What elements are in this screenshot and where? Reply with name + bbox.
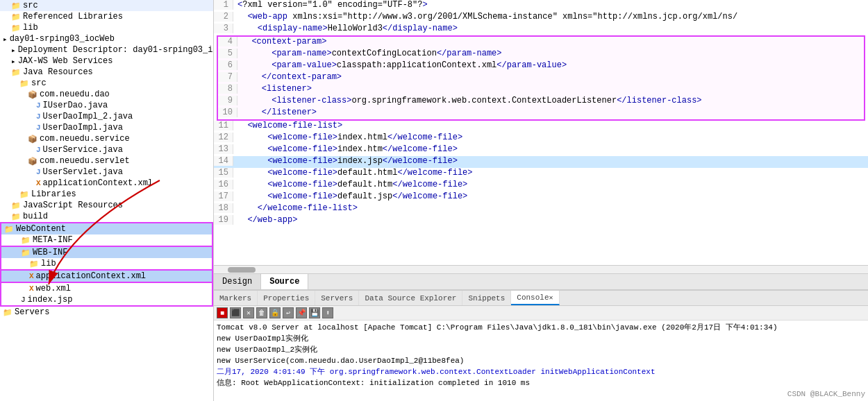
java-icon: J: [36, 101, 41, 110]
bottom-tab-data-source-explorer[interactable]: Data Source Explorer: [359, 291, 462, 305]
folder-icon: 📁: [11, 12, 21, 22]
tree-label-com-neuedu-dao: com.neuedu.dao: [40, 89, 110, 99]
code-line-4: 4 <context-param>: [218, 37, 864, 49]
console-line: 信息: Root WebApplicationContext: initiali…: [217, 377, 865, 389]
editor-tabs: Design Source: [214, 273, 868, 290]
tree-label-META-INF: META-INF: [33, 235, 73, 245]
tree-item-deployment-descriptor[interactable]: ▸Deployment Descriptor: day01-srping03_i…: [0, 44, 213, 56]
toolbar-btn-1[interactable]: ⬛: [230, 307, 241, 318]
tree-label-WebContent: WebContent: [16, 224, 66, 234]
tree-item-lib2[interactable]: 📁lib: [0, 258, 213, 269]
line-content-2: <web-app xmlns:xsi="http://www.w3.org/20…: [233, 12, 737, 22]
code-line-1: 1<?xml version="1.0" encoding="UTF-8"?>: [214, 0, 868, 12]
code-line-7: 7 </context-param>: [218, 72, 864, 84]
tree-item-jax-ws[interactable]: ▸JAX-WS Web Services: [0, 56, 213, 67]
tree-item-com-neuedu-dao[interactable]: 📦com.neuedu.dao: [0, 89, 213, 100]
tree-item-index-jsp[interactable]: Jindex.jsp: [0, 294, 213, 307]
tree-label-com-neuedu-servlet: com.neuedu.servlet: [40, 156, 130, 166]
tree-item-java-resources[interactable]: 📁Java Resources: [0, 67, 213, 78]
tree-item-com-neuedu-servlet[interactable]: 📦com.neuedu.servlet: [0, 155, 213, 167]
folder-icon: 📁: [19, 190, 29, 199]
tree-item-applicationContext-root[interactable]: XapplicationContext.xml: [0, 178, 213, 189]
xml-icon: X: [29, 284, 34, 293]
tree-item-WebContent[interactable]: 📁WebContent: [0, 222, 213, 234]
tree-item-web-xml[interactable]: Xweb.xml: [0, 283, 213, 294]
code-editor[interactable]: 1<?xml version="1.0" encoding="UTF-8"?>2…: [214, 0, 868, 265]
java-icon: J: [36, 146, 41, 154]
code-line-5: 5 <param-name>contextCofingLocation</par…: [218, 49, 864, 60]
tree-label-referenced-libraries: Referenced Libraries: [23, 12, 123, 22]
folder-icon: 📁: [29, 259, 39, 268]
tree-label-src2: src: [31, 78, 47, 88]
line-number-7: 7: [218, 72, 237, 82]
scrollbar-thumb[interactable]: [228, 267, 256, 273]
line-content-19: </web-app>: [233, 215, 297, 225]
toolbar-btn-5[interactable]: ↩: [283, 307, 294, 318]
tree-item-src2[interactable]: 📁src: [0, 78, 213, 89]
bottom-tab-servers[interactable]: Servers: [315, 291, 359, 305]
bottom-tab-console[interactable]: Console ✕: [511, 291, 559, 305]
tree-item-applicationContext-web[interactable]: XapplicationContext.xml: [0, 269, 213, 283]
folder-icon: 📁: [3, 308, 12, 317]
tree-label-js-resources: JavaScript Resources: [23, 200, 123, 210]
line-number-18: 18: [214, 203, 233, 213]
code-line-3: 3 <display-name>HelloWorld3</display-nam…: [214, 24, 868, 35]
line-content-9: <listener-class>org.springframework.web.…: [237, 96, 702, 105]
line-number-9: 9: [218, 96, 237, 105]
toolbar-btn-0[interactable]: ■: [217, 307, 228, 318]
console-line: new UserService(com.neuedu.dao.UserDaoIm…: [217, 355, 865, 366]
toolbar-btn-6[interactable]: 📌: [296, 307, 307, 318]
tree-item-day01-srping03[interactable]: ▸day01-srping03_iocWeb: [0, 33, 213, 44]
line-content-6: <param-value>classpath:applicationContex…: [237, 60, 567, 70]
tree-item-WEB-INF[interactable]: 📁WEB-INF: [0, 246, 213, 258]
line-content-12: <welcome-file>index.html</welcome-file>: [233, 133, 462, 142]
tree-label-lib: lib: [23, 23, 38, 33]
tree-item-build[interactable]: 📁build: [0, 211, 213, 222]
tree-item-libraries[interactable]: 📁Libraries: [0, 189, 213, 200]
line-content-17: <welcome-file>default.jsp</welcome-file>: [233, 191, 467, 201]
bottom-tab-properties[interactable]: Properties: [258, 291, 315, 305]
line-content-10: </listener>: [237, 108, 317, 117]
line-number-5: 5: [218, 49, 237, 58]
toolbar-btn-3[interactable]: 🗑: [256, 307, 267, 318]
tree-label-com-neuedu-service: com.neuedu.service: [40, 134, 130, 144]
line-number-6: 6: [218, 60, 237, 70]
toolbar-btn-4[interactable]: 🔒: [269, 307, 281, 318]
tree-item-servers[interactable]: 📁Servers: [0, 307, 213, 318]
code-line-9: 9 <listener-class>org.springframework.we…: [218, 96, 864, 108]
package-icon: 📦: [28, 90, 37, 99]
tree-item-src[interactable]: 📁src: [0, 0, 213, 11]
bottom-tab-markers[interactable]: Markers: [214, 291, 258, 305]
jsp-icon: J: [21, 296, 26, 304]
console-line: new UserDaoImpl_2实例化: [217, 344, 865, 355]
tree-label-applicationContext-root: applicationContext.xml: [43, 178, 153, 188]
code-line-2: 2 <web-app xmlns:xsi="http://www.w3.org/…: [214, 12, 868, 24]
tree-item-js-resources[interactable]: 📁JavaScript Resources: [0, 200, 213, 211]
horizontal-scrollbar[interactable]: [214, 265, 868, 273]
xml-icon: X: [29, 272, 34, 280]
folder-icon: 📁: [11, 1, 21, 10]
toolbar-btn-7[interactable]: 💾: [309, 307, 320, 318]
tree-item-IUserDao[interactable]: JIUserDao.java: [0, 100, 213, 111]
tree-item-referenced-libraries[interactable]: 📁Referenced Libraries: [0, 11, 213, 22]
line-content-14: <welcome-file>index.jsp</welcome-file>: [233, 156, 458, 166]
tree-item-com-neuedu-service[interactable]: 📦com.neuedu.service: [0, 133, 213, 144]
console-toolbar: ■⬛✕🗑🔒↩📌💾⬆: [214, 306, 868, 321]
toolbar-btn-8[interactable]: ⬆: [322, 307, 333, 318]
code-line-13: 13 <welcome-file>index.htm</welcome-file…: [214, 144, 868, 156]
tree-label-IUserDao: IUserDao.java: [43, 101, 108, 110]
tree-item-lib[interactable]: 📁lib: [0, 22, 213, 33]
tree-item-UserService[interactable]: JUserService.java: [0, 144, 213, 155]
tree-item-META-INF[interactable]: 📁META-INF: [0, 234, 213, 246]
tree-item-UserDaoImpl[interactable]: JUserDaoImpl.java: [0, 122, 213, 133]
line-number-1: 1: [214, 0, 233, 10]
tree-item-UserDaoImpl2[interactable]: JUserDaoImpl_2.java: [0, 111, 213, 122]
bottom-tab-snippets[interactable]: Snippets: [462, 291, 511, 305]
toolbar-btn-2[interactable]: ✕: [243, 307, 254, 318]
line-number-2: 2: [214, 12, 233, 22]
tab-design[interactable]: Design: [214, 274, 261, 289]
tab-source[interactable]: Source: [261, 274, 308, 289]
tree-label-java-resources: Java Resources: [23, 67, 93, 77]
tree-item-UserServlet[interactable]: JUserServlet.java: [0, 167, 213, 178]
line-content-16: <welcome-file>default.htm</welcome-file>: [233, 180, 467, 189]
